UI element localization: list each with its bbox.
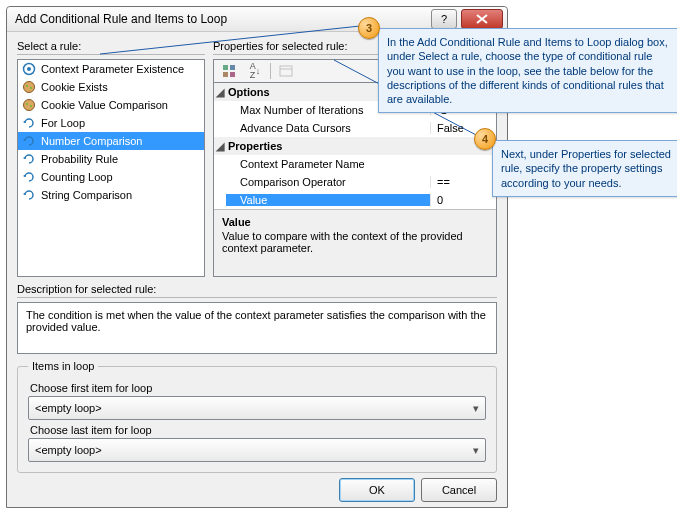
divider	[270, 63, 271, 79]
rule-item-label: Probability Rule	[41, 153, 118, 165]
svg-point-4	[30, 87, 32, 89]
svg-rect-9	[230, 65, 235, 70]
items-legend: Items in loop	[28, 360, 98, 372]
rule-description-box: The condition is met when the value of t…	[17, 302, 497, 354]
first-item-value: <empty loop>	[35, 402, 102, 414]
svg-point-6	[26, 103, 28, 105]
rule-item[interactable]: Cookie Value Comparison	[18, 96, 204, 114]
cancel-button[interactable]: Cancel	[421, 478, 497, 502]
close-icon	[476, 14, 488, 24]
prop-row-value[interactable]: Value0	[214, 191, 496, 209]
callout-badge-4: 4	[474, 128, 496, 150]
svg-point-7	[30, 105, 32, 107]
context-param-icon	[22, 62, 36, 76]
prop-desc-title: Value	[222, 216, 488, 228]
rule-item[interactable]: Context Parameter Existence	[18, 60, 204, 78]
close-button[interactable]	[461, 9, 503, 29]
chevron-down-icon: ▾	[473, 444, 479, 457]
dialog-footer: OK Cancel	[7, 473, 507, 507]
divider	[17, 54, 205, 55]
description-label: Description for selected rule:	[17, 283, 497, 295]
callout-3: In the Add Conditional Rule and Items to…	[378, 28, 677, 113]
loop-icon	[22, 116, 36, 130]
help-icon: ?	[441, 13, 447, 25]
svg-rect-10	[223, 72, 228, 77]
rule-item-label: Context Parameter Existence	[41, 63, 184, 75]
first-item-label: Choose first item for loop	[30, 382, 486, 394]
loop-icon	[22, 188, 36, 202]
prop-row-advance-cursors[interactable]: Advance Data CursorsFalse	[214, 119, 496, 137]
rule-item[interactable]: String Comparison	[18, 186, 204, 204]
divider	[17, 297, 497, 298]
collapse-icon[interactable]: ◢	[214, 140, 226, 153]
last-item-value: <empty loop>	[35, 444, 102, 456]
property-description: Value Value to compare with the context …	[214, 209, 496, 276]
svg-rect-8	[223, 65, 228, 70]
categorized-icon[interactable]	[218, 61, 240, 81]
cookie-icon	[22, 98, 36, 112]
help-button[interactable]: ?	[431, 9, 457, 29]
last-item-combo[interactable]: <empty loop> ▾	[28, 438, 486, 462]
svg-rect-11	[230, 72, 235, 77]
rule-listbox[interactable]: Context Parameter ExistenceCookie Exists…	[17, 59, 205, 277]
rule-item-label: For Loop	[41, 117, 85, 129]
ok-button[interactable]: OK	[339, 478, 415, 502]
select-rule-label: Select a rule:	[17, 40, 205, 52]
chevron-down-icon: ▾	[473, 402, 479, 415]
callout-badge-3: 3	[358, 17, 380, 39]
loop-icon	[22, 170, 36, 184]
rule-item-label: String Comparison	[41, 189, 132, 201]
last-item-label: Choose last item for loop	[30, 424, 486, 436]
rule-item-label: Number Comparison	[41, 135, 142, 147]
property-pages-icon	[275, 61, 297, 81]
rule-item[interactable]: Counting Loop	[18, 168, 204, 186]
loop-icon	[22, 152, 36, 166]
cookie-icon	[22, 80, 36, 94]
rule-item-label: Cookie Value Comparison	[41, 99, 168, 111]
first-item-combo[interactable]: <empty loop> ▾	[28, 396, 486, 420]
prop-desc-text: Value to compare with the context of the…	[222, 230, 488, 254]
rule-item[interactable]: Probability Rule	[18, 150, 204, 168]
prop-row-context-param[interactable]: Context Parameter Name	[214, 155, 496, 173]
svg-point-2	[24, 82, 35, 93]
items-in-loop-group: Items in loop Choose first item for loop…	[17, 360, 497, 473]
rule-item[interactable]: For Loop	[18, 114, 204, 132]
rule-item-label: Cookie Exists	[41, 81, 108, 93]
callout-4: Next, under Properties for selected rule…	[492, 140, 677, 197]
svg-point-5	[24, 100, 35, 111]
alpha-sort-icon[interactable]: AZ↓	[244, 61, 266, 81]
svg-rect-12	[280, 66, 292, 76]
rule-item-label: Counting Loop	[41, 171, 113, 183]
collapse-icon[interactable]: ◢	[214, 86, 226, 99]
loop-icon	[22, 134, 36, 148]
svg-point-3	[26, 85, 28, 87]
prop-row-comparison-op[interactable]: Comparison Operator==	[214, 173, 496, 191]
category-properties[interactable]: ◢Properties	[214, 137, 496, 155]
rule-item[interactable]: Cookie Exists	[18, 78, 204, 96]
rule-item[interactable]: Number Comparison	[18, 132, 204, 150]
svg-point-1	[27, 67, 31, 71]
